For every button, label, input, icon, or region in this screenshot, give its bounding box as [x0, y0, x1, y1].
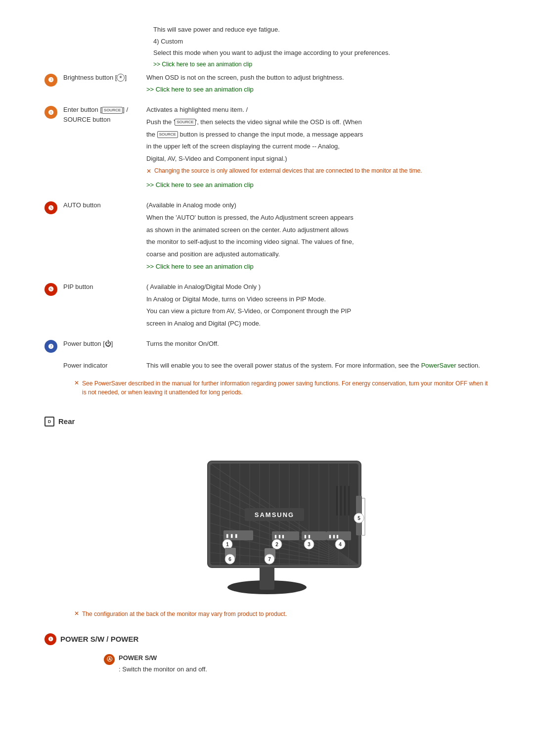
- monitor-rear-svg: SAMSUNG ▮ ▮ ▮ 1 ▮ ▮ ▮ 2 ▮ ▮ 3 ▮: [168, 436, 366, 595]
- svg-rect-63: [340, 486, 342, 516]
- rear-heading-text: Rear: [58, 417, 75, 425]
- power-sw-circle-icon: ❶: [44, 633, 56, 645]
- svg-text:4: 4: [339, 542, 342, 547]
- power-indicator-row: Power indicator This will enable you to …: [44, 361, 490, 371]
- top-text-block: This will save power and reduce eye fati…: [153, 25, 490, 69]
- brightness-row: ❸ Brightness button [☀] When OSD is not …: [44, 73, 490, 97]
- brightness-desc-1: When OSD is not on the screen, push the …: [146, 73, 490, 83]
- pip-desc: ( Available in Analog/Digital Mode Only …: [146, 282, 490, 331]
- svg-text:7: 7: [268, 557, 271, 562]
- svg-text:SAMSUNG: SAMSUNG: [255, 511, 294, 519]
- power-indicator-text2: section.: [456, 362, 480, 369]
- source-desc-5: Digital, AV, S-Video and Component input…: [146, 154, 490, 164]
- auto-desc-5: coarse and position are adjusted automat…: [146, 249, 490, 260]
- button-number-3: ❸: [44, 74, 57, 87]
- power-button-desc: Turns the monitor On/Off.: [146, 339, 490, 349]
- brightness-icon: ☀: [117, 74, 125, 82]
- content-area: This will save power and reduce eye fati…: [44, 10, 490, 674]
- source-label: Enter button [source] /SOURCE button: [57, 105, 146, 124]
- rear-heading: D Rear: [44, 417, 490, 426]
- power-sub-circle-icon: Ⓐ: [104, 654, 115, 665]
- source-desc: Activates a highlighted menu item. / Pus…: [146, 105, 490, 192]
- rear-note-x-icon: ✕: [74, 610, 79, 617]
- power-note-x-icon: ✕: [74, 379, 79, 386]
- power-indicator-label: Power indicator: [57, 361, 146, 371]
- save-power-text: This will save power and reduce eye fati…: [153, 25, 490, 35]
- source-desc-1: Activates a highlighted menu item. /: [146, 105, 490, 115]
- power-sub-desc: : Switch the monitor on and off.: [119, 664, 207, 675]
- svg-text:▮ ▮ ▮: ▮ ▮ ▮: [226, 533, 238, 538]
- source-note: ✕ Changing the source is only allowed fo…: [146, 166, 490, 176]
- svg-text:2: 2: [275, 542, 278, 547]
- pip-label: PIP button: [57, 282, 146, 292]
- button-number-4: ❹: [44, 106, 57, 119]
- source-icon-inline2: source: [157, 131, 178, 138]
- svg-text:▮ ▮ ▮: ▮ ▮ ▮: [274, 534, 284, 539]
- svg-text:6: 6: [228, 557, 231, 562]
- rear-note: ✕ The configuration at the back of the m…: [74, 610, 490, 618]
- power-indicator-desc: This will enable you to see the overall …: [146, 361, 490, 371]
- power-sw-heading: ❶ POWER S/W / POWER: [44, 633, 490, 645]
- svg-rect-65: [348, 486, 350, 516]
- auto-desc-1: (Available in Analog mode only): [146, 200, 490, 211]
- brightness-label: Brightness button [☀]: [57, 73, 146, 83]
- power-sw-heading-text: POWER S/W / POWER: [60, 635, 138, 643]
- source-desc-2: Push the 'source', then selects the vide…: [146, 117, 490, 128]
- button-number-7: ❼: [44, 340, 57, 353]
- auto-desc-3: as shown in the animated screen on the c…: [146, 225, 490, 236]
- svg-text:5: 5: [357, 516, 360, 521]
- svg-text:▮ ▮ ▮: ▮ ▮ ▮: [329, 534, 339, 539]
- rear-section: D Rear: [44, 412, 490, 675]
- source-note-text: Changing the source is only allowed for …: [154, 166, 422, 175]
- button-number-5: ❺: [44, 201, 57, 214]
- auto-link[interactable]: >> Click here to see an animation clip: [146, 262, 490, 272]
- custom-desc: Select this mode when you want to adjust…: [153, 48, 490, 58]
- auto-desc-2: When the 'AUTO' button is pressed, the A…: [146, 213, 490, 223]
- power-sw-section: ❶ POWER S/W / POWER Ⓐ POWER S/W : Switch…: [44, 633, 490, 675]
- power-sub-block: Ⓐ POWER S/W : Switch the monitor on and …: [104, 653, 490, 675]
- source-link[interactable]: >> Click here to see an animation clip: [146, 180, 490, 190]
- pip-desc-4: screen in Analog and Digital (PC) mode.: [146, 319, 490, 329]
- custom-link[interactable]: >> Click here to see an animation clip: [153, 60, 490, 69]
- note-x-icon: ✕: [146, 167, 151, 176]
- svg-text:▮ ▮: ▮ ▮: [304, 534, 311, 539]
- svg-text:1: 1: [226, 542, 229, 547]
- svg-rect-62: [336, 486, 338, 516]
- source-icon: source: [102, 107, 123, 114]
- brightness-link[interactable]: >> Click here to see an animation clip: [146, 85, 490, 95]
- source-desc-4: in the upper left of the screen displayi…: [146, 142, 490, 152]
- source-row: ❹ Enter button [source] /SOURCE button A…: [44, 105, 490, 192]
- svg-text:3: 3: [308, 542, 311, 547]
- custom-heading: 4) Custom: [153, 37, 490, 47]
- pip-desc-1: ( Available in Analog/Digital Mode Only …: [146, 282, 490, 292]
- pip-desc-2: In Analog or Digital Mode, turns on Vide…: [146, 294, 490, 305]
- rear-icon: D: [44, 417, 54, 426]
- power-saving-note: ✕ See PowerSaver described in the manual…: [74, 379, 490, 397]
- button-number-6: ❻: [44, 283, 57, 296]
- powersaver-link[interactable]: PowerSaver: [421, 362, 456, 369]
- power-sub-content: POWER S/W : Switch the monitor on and of…: [119, 653, 207, 675]
- auto-label: AUTO button: [57, 200, 146, 210]
- svg-rect-64: [344, 486, 346, 516]
- brightness-desc: When OSD is not on the screen, push the …: [146, 73, 490, 97]
- power-button-label: Power button [⏻]: [57, 339, 146, 349]
- auto-desc: (Available in Analog mode only) When the…: [146, 200, 490, 274]
- pip-row: ❻ PIP button ( Available in Analog/Digit…: [44, 282, 490, 331]
- auto-row: ❺ AUTO button (Available in Analog mode …: [44, 200, 490, 274]
- monitor-image-container: SAMSUNG ▮ ▮ ▮ 1 ▮ ▮ ▮ 2 ▮ ▮ 3 ▮: [44, 436, 490, 595]
- source-desc-3: the source button is pressed to change t…: [146, 130, 490, 140]
- auto-desc-4: the monitor to self-adjust to the incomi…: [146, 237, 490, 247]
- power-sub-title: POWER S/W: [119, 653, 207, 663]
- power-button-row: ❼ Power button [⏻] Turns the monitor On/…: [44, 339, 490, 353]
- rear-note-text: The configuration at the back of the mon…: [82, 610, 287, 618]
- power-indicator-text1: This will enable you to see the overall …: [146, 362, 421, 369]
- pip-desc-3: You can view a picture from AV, S-Video,…: [146, 306, 490, 317]
- power-saving-note-text: See PowerSaver described in the manual f…: [82, 379, 490, 397]
- source-icon-inline: source: [175, 119, 195, 126]
